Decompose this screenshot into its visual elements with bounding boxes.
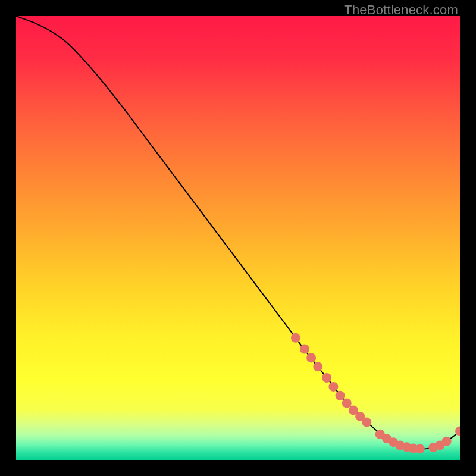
curve-marker [313,362,322,371]
chart-svg [16,16,460,460]
curve-marker [442,437,452,446]
watermark-text: TheBottleneck.com [344,2,458,18]
curve-marker [322,373,331,383]
chart-background-gradient [16,16,460,460]
curve-marker [362,418,371,427]
chart-plot-area [16,16,460,460]
curve-marker [336,391,345,400]
curve-marker [291,333,300,343]
curve-marker [300,345,309,354]
curve-marker [328,382,338,392]
curve-marker [306,353,316,362]
curve-marker [415,444,425,453]
curve-marker [342,399,352,408]
